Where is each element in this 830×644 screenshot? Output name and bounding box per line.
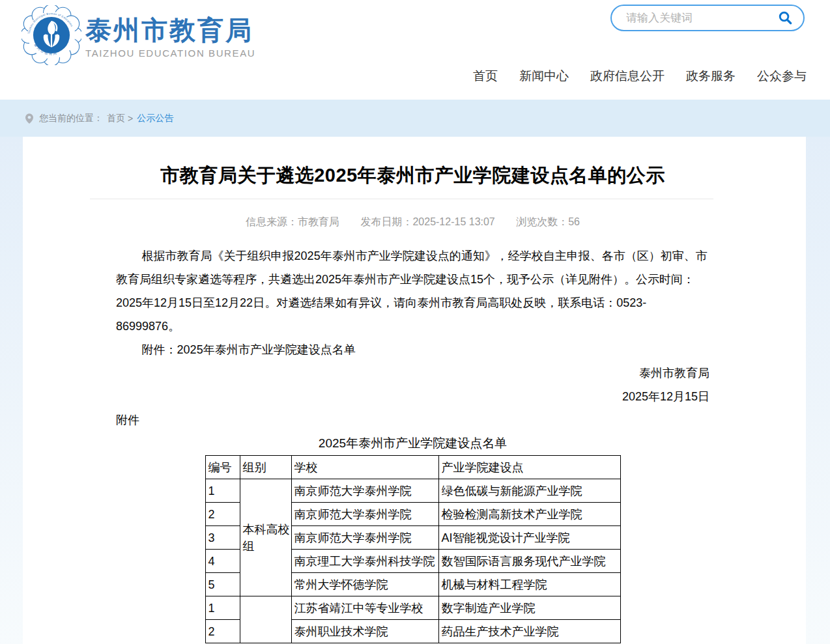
col-header-school: 学校 bbox=[291, 456, 438, 479]
cell-college: 绿色低碳与新能源产业学院 bbox=[438, 479, 620, 503]
cell-number: 2 bbox=[205, 620, 240, 643]
article-title: 市教育局关于遴选2025年泰州市产业学院建设点名单的公示 bbox=[116, 164, 709, 186]
site-name: 泰州市教育局 bbox=[85, 16, 255, 44]
meta-published: 发布日期：2025-12-15 13:07 bbox=[360, 216, 494, 227]
search-input[interactable] bbox=[612, 12, 778, 25]
article-body-paragraph: 根据市教育局《关于组织申报2025年泰州市产业学院建设点的通知》，经学校自主申报… bbox=[116, 244, 709, 338]
title-divider bbox=[90, 199, 713, 199]
cell-number: 5 bbox=[205, 573, 240, 596]
table-caption: 2025年泰州市产业学院建设点名单 bbox=[116, 432, 709, 455]
nav-item-services[interactable]: 政务服务 bbox=[686, 68, 736, 85]
article-meta: 信息来源：市教育局 发布日期：2025-12-15 13:07 浏览次数：56 bbox=[116, 216, 709, 229]
site-name-en: TAIZHOU EDUCATION BUREAU bbox=[85, 48, 255, 59]
cell-group-undergraduate: 本科高校组 bbox=[240, 479, 291, 596]
breadcrumb-home-link[interactable]: 首页 bbox=[107, 113, 125, 124]
cell-school: 南京师范大学泰州学院 bbox=[291, 503, 438, 526]
search-icon bbox=[778, 10, 793, 25]
cell-college: 数字制造产业学院 bbox=[438, 596, 620, 620]
cell-number: 3 bbox=[205, 526, 240, 550]
main-nav: 首页 新闻中心 政府信息公开 政务服务 公众参与 bbox=[473, 68, 807, 85]
cell-number: 2 bbox=[205, 503, 240, 526]
breadcrumb-separator: > bbox=[128, 113, 133, 124]
nav-item-home[interactable]: 首页 bbox=[473, 68, 498, 85]
cell-school: 南京师范大学泰州学院 bbox=[291, 526, 438, 550]
signature: 泰州市教育局 bbox=[116, 361, 709, 385]
nav-item-public[interactable]: 公众参与 bbox=[757, 68, 807, 85]
table-header-row: 编号 组别 学校 产业学院建设点 bbox=[205, 456, 620, 479]
cell-college: 数智国际语言服务现代产业学院 bbox=[438, 550, 620, 573]
appendix-table: 编号 组别 学校 产业学院建设点 1 本科高校组 南京师范大学泰州学院 绿色低碳… bbox=[205, 455, 621, 643]
cell-school: 南京理工大学泰州科技学院 bbox=[291, 550, 438, 573]
meta-source: 信息来源：市教育局 bbox=[246, 216, 339, 227]
breadcrumb: 您当前的位置： 首页 > 公示公告 bbox=[0, 100, 830, 137]
cell-school: 泰州职业技术学院 bbox=[291, 620, 438, 643]
nav-item-news[interactable]: 新闻中心 bbox=[519, 68, 569, 85]
cell-college: 机械与材料工程学院 bbox=[438, 573, 620, 596]
breadcrumb-current-link[interactable]: 公示公告 bbox=[137, 113, 173, 124]
site-header: Taizhou Municipal Bureau of Education 泰 … bbox=[0, 0, 830, 100]
search-box bbox=[610, 5, 805, 31]
cell-number: 1 bbox=[205, 596, 240, 620]
location-pin-icon bbox=[23, 113, 35, 124]
table-row: 1 江苏省靖江中等专业学校 数字制造产业学院 bbox=[205, 596, 620, 620]
meta-views: 浏览次数：56 bbox=[516, 216, 580, 227]
cell-school: 南京师范大学泰州学院 bbox=[291, 479, 438, 503]
cell-college: 药品生产技术产业学院 bbox=[438, 620, 620, 643]
site-logo-icon: Taizhou Municipal Bureau of Education 泰 … bbox=[21, 5, 81, 65]
table-row: 1 本科高校组 南京师范大学泰州学院 绿色低碳与新能源产业学院 bbox=[205, 479, 620, 503]
logo-area: Taizhou Municipal Bureau of Education 泰 … bbox=[21, 5, 255, 65]
article-card: 市教育局关于遴选2025年泰州市产业学院建设点名单的公示 信息来源：市教育局 发… bbox=[23, 137, 806, 644]
search-button[interactable] bbox=[778, 10, 803, 25]
appendix-label: 附件 bbox=[116, 408, 709, 432]
signature-date: 2025年12月15日 bbox=[116, 385, 709, 408]
cell-number: 1 bbox=[205, 479, 240, 503]
cell-college: AI智能视觉设计产业学院 bbox=[438, 526, 620, 550]
col-header-group: 组别 bbox=[240, 456, 291, 479]
cell-school: 常州大学怀德学院 bbox=[291, 573, 438, 596]
site-titles: 泰州市教育局 TAIZHOU EDUCATION BUREAU bbox=[85, 5, 255, 59]
cell-group-second bbox=[240, 596, 291, 643]
cell-number: 4 bbox=[205, 550, 240, 573]
col-header-number: 编号 bbox=[205, 456, 240, 479]
cell-college: 检验检测高新技术产业学院 bbox=[438, 503, 620, 526]
cell-school: 江苏省靖江中等专业学校 bbox=[291, 596, 438, 620]
col-header-college: 产业学院建设点 bbox=[438, 456, 620, 479]
breadcrumb-prefix: 您当前的位置： bbox=[39, 113, 103, 124]
page-background: 市教育局关于遴选2025年泰州市产业学院建设点名单的公示 信息来源：市教育局 发… bbox=[0, 137, 830, 644]
attachment-line: 附件：2025年泰州市产业学院建设点名单 bbox=[116, 338, 709, 361]
nav-item-gov-info[interactable]: 政府信息公开 bbox=[590, 68, 665, 85]
